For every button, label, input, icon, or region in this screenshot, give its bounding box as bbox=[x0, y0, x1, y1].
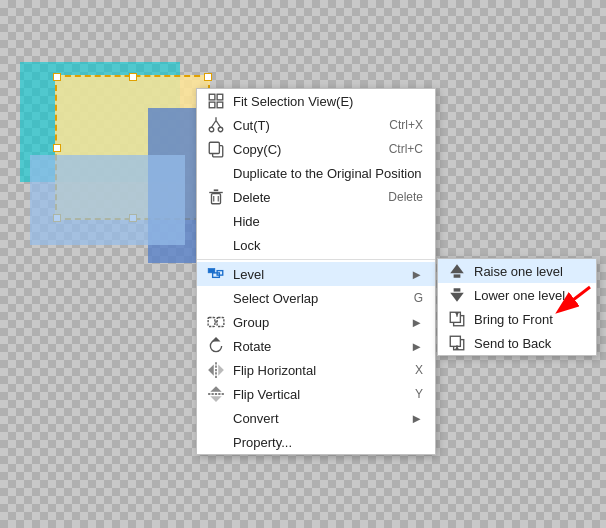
menu-label-flip-horizontal: Flip Horizontal bbox=[233, 363, 316, 378]
submenu-item-raise-one[interactable]: Raise one level bbox=[438, 259, 596, 283]
menu-item-fit-selection[interactable]: Fit Selection View(E) bbox=[197, 89, 435, 113]
menu-label-lock: Lock bbox=[233, 238, 260, 253]
menu-label-flip-vertical: Flip Vertical bbox=[233, 387, 300, 402]
level-icon bbox=[207, 265, 225, 283]
shortcut-copy: Ctrl+C bbox=[389, 142, 423, 156]
handle-tm bbox=[129, 73, 137, 81]
group-submenu-arrow: ► bbox=[410, 315, 423, 330]
menu-label-hide: Hide bbox=[233, 214, 260, 229]
bring-front-icon bbox=[448, 310, 466, 328]
submenu-label-bring-front: Bring to Front bbox=[474, 312, 553, 327]
svg-rect-28 bbox=[450, 336, 460, 346]
fit-selection-icon bbox=[207, 92, 225, 110]
svg-point-5 bbox=[218, 127, 223, 132]
flip-vertical-icon bbox=[207, 385, 225, 403]
svg-marker-40 bbox=[210, 396, 221, 402]
submenu-item-send-back[interactable]: Send to Back bbox=[438, 331, 596, 355]
lower-one-icon bbox=[448, 286, 466, 304]
menu-item-rotate[interactable]: Rotate ► bbox=[197, 334, 435, 358]
menu-label-cut: Cut(T) bbox=[233, 118, 270, 133]
menu-item-flip-vertical[interactable]: Flip Vertical Y bbox=[197, 382, 435, 406]
shape-blue-light bbox=[30, 155, 185, 245]
svg-marker-36 bbox=[208, 364, 214, 375]
shortcut-select-overlap: G bbox=[414, 291, 423, 305]
convert-submenu-arrow: ► bbox=[410, 411, 423, 426]
group-icon bbox=[207, 313, 225, 331]
rotate-submenu-arrow: ► bbox=[410, 339, 423, 354]
menu-label-duplicate: Duplicate to the Original Position bbox=[233, 166, 422, 181]
flip-horizontal-icon bbox=[207, 361, 225, 379]
svg-rect-11 bbox=[212, 194, 221, 204]
separator-1 bbox=[197, 259, 435, 260]
svg-marker-34 bbox=[212, 337, 221, 342]
shortcut-flip-vertical: Y bbox=[415, 387, 423, 401]
svg-marker-19 bbox=[450, 264, 464, 273]
shortcut-cut: Ctrl+X bbox=[389, 118, 423, 132]
submenu-label-send-back: Send to Back bbox=[474, 336, 551, 351]
raise-one-icon bbox=[448, 262, 466, 280]
svg-rect-3 bbox=[217, 102, 223, 108]
level-submenu-arrow: ► bbox=[410, 267, 423, 282]
shortcut-delete: Delete bbox=[388, 190, 423, 204]
svg-rect-31 bbox=[208, 318, 215, 327]
menu-item-hide[interactable]: Hide bbox=[197, 209, 435, 233]
menu-item-select-overlap[interactable]: Select Overlap G bbox=[197, 286, 435, 310]
menu-item-group[interactable]: Group ► bbox=[197, 310, 435, 334]
menu-label-convert: Convert bbox=[233, 411, 279, 426]
handle-tr bbox=[204, 73, 212, 81]
handle-tl bbox=[53, 73, 61, 81]
menu-label-rotate: Rotate bbox=[233, 339, 271, 354]
menu-item-convert[interactable]: Convert ► bbox=[197, 406, 435, 430]
menu-label-level: Level bbox=[233, 267, 264, 282]
copy-icon bbox=[207, 140, 225, 158]
submenu-label-raise-one: Raise one level bbox=[474, 264, 563, 279]
svg-line-42 bbox=[560, 287, 590, 310]
menu-label-property: Property... bbox=[233, 435, 292, 450]
svg-marker-37 bbox=[218, 364, 224, 375]
svg-line-7 bbox=[216, 121, 221, 128]
svg-marker-39 bbox=[210, 386, 221, 392]
shortcut-flip-horizontal: X bbox=[415, 363, 423, 377]
menu-item-level[interactable]: Level ► Raise one level bbox=[197, 262, 435, 286]
svg-rect-32 bbox=[217, 318, 224, 327]
menu-item-flip-horizontal[interactable]: Flip Horizontal X bbox=[197, 358, 435, 382]
svg-rect-22 bbox=[454, 288, 461, 291]
svg-rect-20 bbox=[454, 274, 461, 277]
svg-rect-1 bbox=[217, 94, 223, 100]
svg-rect-2 bbox=[209, 102, 215, 108]
svg-rect-10 bbox=[209, 142, 219, 153]
menu-item-lock[interactable]: Lock bbox=[197, 233, 435, 257]
menu-label-copy: Copy(C) bbox=[233, 142, 281, 157]
handle-ml bbox=[53, 144, 61, 152]
context-menu: Fit Selection View(E) Cut(T) Ctrl+X bbox=[196, 88, 436, 455]
delete-icon bbox=[207, 188, 225, 206]
canvas: Fit Selection View(E) Cut(T) Ctrl+X bbox=[0, 0, 606, 528]
menu-item-property[interactable]: Property... bbox=[197, 430, 435, 454]
menu-label-fit-selection: Fit Selection View(E) bbox=[233, 94, 353, 109]
rotate-icon bbox=[207, 337, 225, 355]
menu-item-copy[interactable]: Copy(C) Ctrl+C bbox=[197, 137, 435, 161]
send-back-icon bbox=[448, 334, 466, 352]
menu-label-group: Group bbox=[233, 315, 269, 330]
menu-item-delete[interactable]: Delete Delete bbox=[197, 185, 435, 209]
svg-marker-21 bbox=[450, 293, 464, 302]
menu-item-duplicate[interactable]: Duplicate to the Original Position bbox=[197, 161, 435, 185]
menu-label-delete: Delete bbox=[233, 190, 271, 205]
menu-label-select-overlap: Select Overlap bbox=[233, 291, 318, 306]
svg-line-6 bbox=[212, 121, 217, 128]
svg-point-4 bbox=[209, 127, 214, 132]
cut-icon bbox=[207, 116, 225, 134]
svg-rect-24 bbox=[450, 312, 460, 322]
menu-item-cut[interactable]: Cut(T) Ctrl+X bbox=[197, 113, 435, 137]
svg-rect-0 bbox=[209, 94, 215, 100]
red-arrow-indicator bbox=[545, 282, 595, 325]
